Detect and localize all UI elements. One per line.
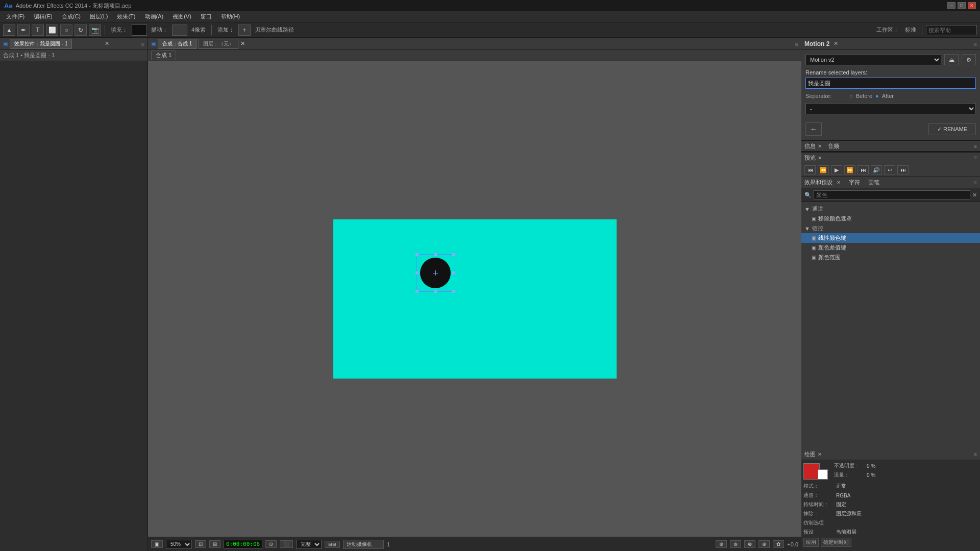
drawing-close[interactable]: ✕	[818, 452, 822, 457]
search-help-input[interactable]	[926, 25, 977, 35]
motion2-rename-button[interactable]: ✓ RENAME	[928, 123, 976, 135]
preview-ram-btn[interactable]: ⏭	[897, 165, 909, 174]
comp-icons-5[interactable]: ✿	[773, 540, 784, 548]
pen-tool[interactable]: ✒	[17, 24, 30, 36]
snap-btn[interactable]: ⊙	[265, 540, 277, 548]
camera-tool[interactable]: 📷	[89, 24, 101, 36]
preview-next-btn[interactable]: ⏩	[844, 165, 855, 174]
menu-effects[interactable]: 效果(T)	[113, 12, 139, 21]
secondary-color-swatch[interactable]	[818, 469, 828, 480]
preview-loop-btn[interactable]: ↩	[884, 165, 895, 174]
preview-audio-btn[interactable]: 🔊	[871, 165, 882, 174]
keying-collapse-icon[interactable]: ▼	[804, 226, 810, 232]
comp-icons-4[interactable]: ⊕	[758, 540, 770, 548]
stroke-color[interactable]	[172, 24, 187, 36]
maximize-button[interactable]: □	[958, 2, 966, 9]
effect-item-0[interactable]: ▣ 移除颜色遮罩	[801, 214, 980, 223]
mask-btn[interactable]: ⬛	[280, 540, 293, 548]
minimize-button[interactable]: ─	[947, 2, 955, 9]
rotate-tool[interactable]: ↻	[75, 24, 87, 36]
effects-close[interactable]: ✕	[837, 180, 841, 185]
preview-play-btn[interactable]: ▶	[831, 165, 842, 174]
handle-bottom-center[interactable]	[434, 290, 437, 293]
effects-search-clear[interactable]: ✕	[972, 192, 977, 198]
preview-panel-menu[interactable]: ≡	[974, 155, 977, 161]
menu-comp[interactable]: 合成(C)	[58, 12, 85, 21]
info-tab[interactable]: 信息	[804, 142, 816, 150]
zoom-select[interactable]: 50%	[166, 540, 192, 549]
drawing-panel-menu[interactable]: ≡	[974, 452, 977, 458]
info-close[interactable]: ✕	[818, 143, 822, 149]
motion2-rename-input[interactable]	[805, 78, 976, 89]
menu-view[interactable]: 视图(V)	[168, 12, 195, 21]
category-collapse-icon[interactable]: ▼	[804, 206, 810, 212]
close-button[interactable]: ✕	[968, 2, 976, 9]
toggle-btn[interactable]: ⊟⊞	[325, 541, 340, 548]
comp-icons-2[interactable]: ⊚	[730, 540, 741, 548]
selection-tool[interactable]: ▲	[3, 24, 15, 36]
effects-search-input[interactable]	[814, 190, 970, 199]
effect-item-linear-key[interactable]: ▣ 线性颜色键	[801, 233, 980, 243]
preview-first-btn[interactable]: ⏮	[804, 165, 816, 174]
handle-mid-right[interactable]	[452, 271, 455, 274]
fit-btn[interactable]: ⊡	[195, 540, 206, 548]
comp-tab-2[interactable]: 图层：（无）	[199, 39, 238, 49]
menu-window[interactable]: 窗口	[197, 12, 216, 21]
effects-panel-menu[interactable]: ≡	[974, 180, 977, 186]
comp-tab-1[interactable]: 合成：合成 1	[158, 39, 197, 49]
handle-bottom-left[interactable]	[415, 290, 419, 293]
preview-last-btn[interactable]: ⏭	[857, 165, 869, 174]
handle-top-center[interactable]	[434, 253, 437, 256]
apply-btn[interactable]: 应用	[803, 538, 819, 547]
motion2-close[interactable]: ✕	[834, 40, 838, 47]
effects-panel-close[interactable]: ✕	[105, 40, 109, 47]
char-tab[interactable]: 字符	[849, 179, 860, 186]
comp-icons-3[interactable]: ⊗	[744, 540, 755, 548]
handle-bottom-right[interactable]	[452, 290, 455, 293]
quality-select[interactable]: 完整	[296, 540, 322, 549]
motion2-settings-btn[interactable]: ⚙	[962, 54, 976, 65]
effects-presets-tab[interactable]: 效果和预设	[804, 179, 832, 186]
brush-tab[interactable]: 画笔	[868, 179, 879, 186]
handle-top-left[interactable]	[415, 253, 419, 256]
add-btn[interactable]: +	[238, 24, 251, 36]
comp-panel-close[interactable]: ✕	[240, 40, 245, 47]
camera-select[interactable]: 活动摄像机	[343, 540, 384, 549]
comp-panel-menu[interactable]: ≡	[795, 41, 798, 47]
handle-top-right[interactable]	[452, 253, 455, 256]
motion2-sep-char-select[interactable]: -	[805, 103, 976, 114]
menu-help[interactable]: 帮助(H)	[217, 12, 244, 21]
motion2-mountain-btn[interactable]: ⛰	[944, 54, 959, 65]
circle-shape[interactable]	[420, 258, 451, 288]
fill-color[interactable]	[132, 24, 147, 36]
preview-prev-btn[interactable]: ⏪	[818, 165, 829, 174]
resolution-btn[interactable]: ▣	[151, 540, 163, 548]
comp-icons-1[interactable]: ⊛	[716, 540, 727, 548]
effects-tab[interactable]: 效果控件：我是圆圈 - 1	[10, 39, 72, 49]
menu-edit[interactable]: 编辑(E)	[30, 12, 57, 21]
effect-item-diff-key[interactable]: ▣ 颜色差值键	[801, 243, 980, 253]
motion2-before-radio[interactable]: ○	[849, 93, 853, 99]
handle-mid-left[interactable]	[415, 271, 419, 274]
info-panel-menu[interactable]: ≡	[974, 143, 977, 149]
menu-animation[interactable]: 动画(A)	[141, 12, 168, 21]
confirm-btn[interactable]: 确定到时间	[821, 538, 851, 547]
motion2-menu[interactable]: ≡	[974, 41, 977, 47]
motion2-after-radio[interactable]: ●	[875, 93, 879, 99]
brush-tool[interactable]: ⬜	[46, 24, 58, 36]
motion2-version-select[interactable]: Motion v2	[805, 54, 941, 65]
comp-nav-label[interactable]: 合成 1	[151, 51, 176, 60]
motion2-rename-label: Rename selected layers:	[805, 69, 976, 76]
menu-layer[interactable]: 图层(L)	[86, 12, 112, 21]
view-count: 1	[387, 541, 390, 547]
grid-btn[interactable]: ⊞	[209, 540, 220, 548]
menu-file[interactable]: 文件(F)	[2, 12, 29, 21]
motion2-back-button[interactable]: ←	[805, 122, 822, 136]
preview-close[interactable]: ✕	[818, 155, 822, 161]
right-area: Motion 2 ✕ ≡ Motion v2 ⛰ ⚙ Rename select…	[801, 38, 980, 551]
effect-item-color-range[interactable]: ▣ 颜色范围	[801, 253, 980, 262]
effects-panel-menu[interactable]: ≡	[141, 41, 144, 47]
audio-tab[interactable]: 音频	[828, 142, 839, 150]
text-tool[interactable]: T	[32, 24, 44, 36]
shape-tool[interactable]: ○	[60, 24, 72, 36]
